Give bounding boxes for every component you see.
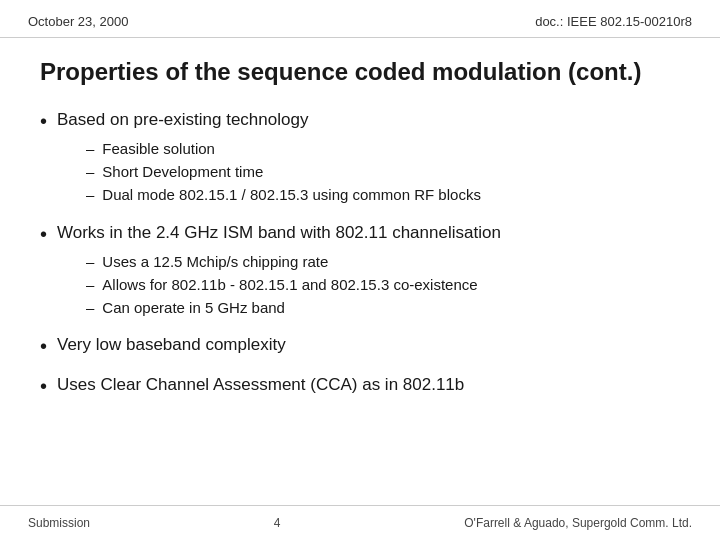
bullet-item-3: • Very low baseband complexity (40, 334, 680, 358)
bullet-dot-3: • (40, 334, 47, 358)
sub-bullet-2-1: – Uses a 12.5 Mchip/s chipping rate (86, 252, 680, 272)
bullet-text-1: Based on pre-existing technology (57, 109, 308, 131)
bullet-dot-4: • (40, 374, 47, 398)
sub-dash-2-1: – (86, 252, 94, 272)
bullet-main-4: • Uses Clear Channel Assessment (CCA) as… (40, 374, 680, 398)
sub-bullet-text-2-3: Can operate in 5 GHz band (102, 298, 285, 318)
footer-page-number: 4 (274, 516, 281, 530)
bullet-item-2: • Works in the 2.4 GHz ISM band with 802… (40, 222, 680, 319)
sub-bullet-1-3: – Dual mode 802.15.1 / 802.15.3 using co… (86, 185, 680, 205)
sub-bullet-text-2-2: Allows for 802.11b - 802.15.1 and 802.15… (102, 275, 477, 295)
sub-bullets-1: – Feasible solution – Short Development … (86, 139, 680, 206)
sub-bullet-text-1-2: Short Development time (102, 162, 263, 182)
slide-content: Properties of the sequence coded modulat… (0, 38, 720, 424)
sub-bullet-2-2: – Allows for 802.11b - 802.15.1 and 802.… (86, 275, 680, 295)
bullet-main-1: • Based on pre-existing technology (40, 109, 680, 133)
bullet-text-2: Works in the 2.4 GHz ISM band with 802.1… (57, 222, 501, 244)
footer-authors: O'Farrell & Aguado, Supergold Comm. Ltd. (464, 516, 692, 530)
bullet-main-2: • Works in the 2.4 GHz ISM band with 802… (40, 222, 680, 246)
bullet-text-3: Very low baseband complexity (57, 334, 286, 356)
sub-bullet-1-1: – Feasible solution (86, 139, 680, 159)
bullet-dot-1: • (40, 109, 47, 133)
header-doc-id: doc.: IEEE 802.15-00210r8 (535, 14, 692, 29)
sub-bullet-1-2: – Short Development time (86, 162, 680, 182)
sub-bullet-text-1-1: Feasible solution (102, 139, 215, 159)
bullet-text-4: Uses Clear Channel Assessment (CCA) as i… (57, 374, 464, 396)
bullet-dot-2: • (40, 222, 47, 246)
sub-bullet-text-2-1: Uses a 12.5 Mchip/s chipping rate (102, 252, 328, 272)
bullet-item-4: • Uses Clear Channel Assessment (CCA) as… (40, 374, 680, 398)
slide-page: October 23, 2000 doc.: IEEE 802.15-00210… (0, 0, 720, 540)
sub-bullet-text-1-3: Dual mode 802.15.1 / 802.15.3 using comm… (102, 185, 481, 205)
slide-footer: Submission 4 O'Farrell & Aguado, Supergo… (0, 505, 720, 540)
slide-title: Properties of the sequence coded modulat… (40, 58, 680, 87)
slide-header: October 23, 2000 doc.: IEEE 802.15-00210… (0, 0, 720, 38)
sub-bullet-2-3: – Can operate in 5 GHz band (86, 298, 680, 318)
header-date: October 23, 2000 (28, 14, 128, 29)
footer-submission: Submission (28, 516, 90, 530)
bullet-item-1: • Based on pre-existing technology – Fea… (40, 109, 680, 206)
sub-bullets-2: – Uses a 12.5 Mchip/s chipping rate – Al… (86, 252, 680, 319)
bullet-main-3: • Very low baseband complexity (40, 334, 680, 358)
sub-dash-2-3: – (86, 298, 94, 318)
sub-dash-1-1: – (86, 139, 94, 159)
sub-dash-1-2: – (86, 162, 94, 182)
sub-dash-2-2: – (86, 275, 94, 295)
sub-dash-1-3: – (86, 185, 94, 205)
